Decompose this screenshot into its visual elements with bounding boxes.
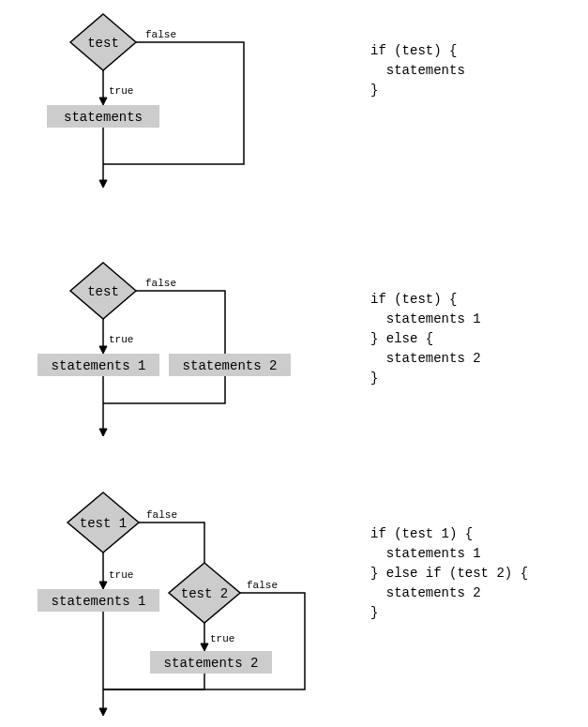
- false-label: false: [145, 278, 176, 289]
- true-label: true: [109, 85, 133, 97]
- true-label-1: true: [109, 569, 133, 581]
- false-label-1: false: [146, 509, 177, 521]
- svg-marker-3: [99, 429, 107, 436]
- test2-label: test 2: [181, 586, 228, 601]
- svg-marker-5: [201, 644, 208, 651]
- code-snippet-if-else: if (test) { statements 1 } else { statem…: [370, 290, 481, 388]
- flowchart-if-elseif: test 1 false true statements 1 test 2 fa…: [0, 478, 338, 722]
- svg-marker-2: [99, 346, 107, 354]
- test1-label: test 1: [80, 516, 127, 531]
- false-label: false: [145, 29, 176, 40]
- code-snippet-if: if (test) { statements }: [370, 41, 465, 100]
- statements1-label: statements 1: [52, 358, 146, 373]
- false-label-2: false: [247, 580, 278, 591]
- code-snippet-if-elseif: if (test 1) { statements 1 } else if (te…: [370, 524, 528, 623]
- test-label: test: [87, 36, 119, 51]
- true-label-2: true: [210, 633, 234, 644]
- statements2-label: statements 2: [164, 656, 259, 671]
- flowchart-if-else: test false true statements 1 statements …: [0, 249, 338, 446]
- flowchart-if: test false true statements: [0, 0, 338, 197]
- svg-marker-1: [99, 180, 107, 188]
- test-label: test: [87, 284, 119, 299]
- true-label: true: [109, 334, 133, 345]
- svg-marker-0: [99, 98, 107, 105]
- statements1-label: statements 1: [52, 594, 146, 609]
- statements-label: statements: [64, 110, 143, 125]
- svg-marker-4: [99, 582, 107, 589]
- statements2-label: statements 2: [183, 358, 278, 373]
- svg-marker-6: [99, 708, 107, 716]
